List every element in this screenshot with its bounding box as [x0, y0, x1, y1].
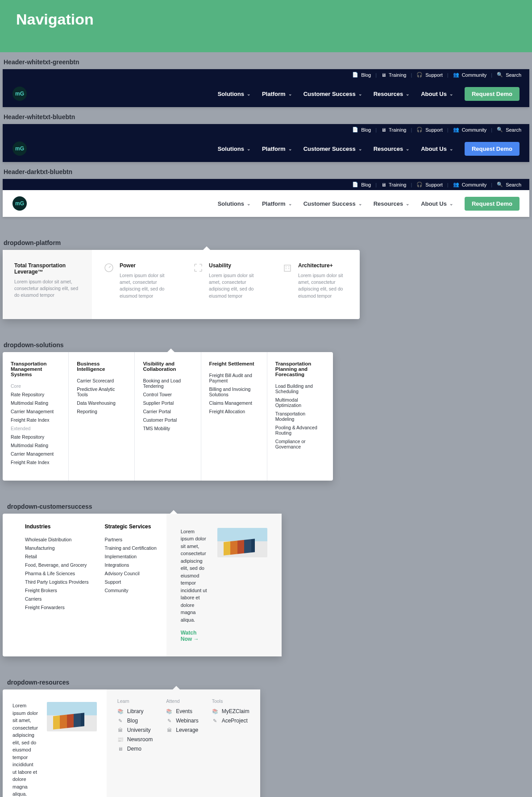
topbar-support[interactable]: 🎧Support — [416, 127, 443, 133]
logo[interactable]: mG — [12, 196, 27, 211]
platform-item-usability[interactable]: Usability Lorem ipsum dolor sit amet, co… — [181, 250, 270, 319]
menu-link[interactable]: Pharma & Life Sciences — [25, 571, 88, 576]
nav-resources[interactable]: Resources⌄ — [374, 200, 409, 207]
request-demo-button[interactable]: Request Demo — [465, 142, 520, 156]
nav-about[interactable]: About Us⌄ — [421, 91, 453, 97]
topbar-blog[interactable]: 📄Blog — [352, 182, 371, 187]
menu-link[interactable]: Freight Rate Index — [11, 417, 60, 423]
logo[interactable]: mG — [12, 87, 27, 101]
menu-link[interactable]: Freight Forwarders — [25, 605, 88, 610]
menu-link[interactable]: 🏛University — [117, 727, 153, 733]
menu-link[interactable]: Booking and Load Tendering — [143, 378, 192, 389]
menu-link[interactable]: Wholesale Distribution — [25, 537, 88, 542]
topbar-community[interactable]: 👥Community — [453, 182, 487, 187]
nav-customer-success[interactable]: Customer Success⌄ — [303, 145, 362, 152]
menu-link[interactable]: Community — [104, 588, 156, 593]
menu-link[interactable]: Advisory Council — [104, 571, 156, 576]
menu-link[interactable]: Multimodal Optimization — [275, 397, 325, 408]
menu-link[interactable]: ✎Blog — [117, 718, 153, 724]
menu-link[interactable]: Billing and Invoicing Solutions — [209, 386, 259, 397]
logo[interactable]: mG — [12, 141, 27, 156]
request-demo-button[interactable]: Request Demo — [465, 197, 520, 211]
watch-now-link[interactable]: Watch Now → — [181, 630, 208, 642]
menu-link[interactable]: ✎Webinars — [166, 718, 198, 724]
search-icon: 🔍 — [497, 182, 503, 187]
menu-link[interactable]: Freight Allocation — [209, 409, 259, 414]
nav-resources[interactable]: Resources⌄ — [374, 145, 409, 152]
topbar-training[interactable]: 🖥Training — [381, 72, 406, 78]
nav-platform[interactable]: Platform⌄ — [262, 145, 292, 152]
nav-solutions[interactable]: Solutions⌄ — [218, 91, 250, 97]
menu-link[interactable]: Third Party Logistics Providers — [25, 579, 88, 585]
topbar-search[interactable]: 🔍Search — [497, 182, 521, 187]
nav-about[interactable]: About Us⌄ — [421, 145, 453, 152]
menu-link[interactable]: Freight Brokers — [25, 588, 88, 593]
menu-link[interactable]: Freight Rate Index — [11, 460, 60, 465]
menu-link[interactable]: Food, Beverage, and Grocery — [25, 562, 88, 568]
menu-link[interactable]: Manufacturing — [25, 545, 88, 551]
promo-thumbnail[interactable] — [47, 702, 97, 731]
topbar-training[interactable]: 🖥Training — [381, 182, 406, 187]
menu-link[interactable]: 🖥Demo — [117, 746, 153, 752]
menu-link[interactable]: Control Tower — [143, 392, 192, 397]
promo-thumbnail[interactable] — [217, 528, 267, 557]
nav-customer-success[interactable]: Customer Success⌄ — [303, 91, 362, 97]
chevron-down-icon: ⌄ — [358, 201, 362, 206]
menu-link[interactable]: 🏛Leverage — [166, 727, 198, 733]
menu-link[interactable]: Compliance or Governance — [275, 439, 325, 449]
menu-link[interactable]: Multimodal Rating — [11, 400, 60, 406]
menu-link[interactable]: Carrier Management — [11, 409, 60, 414]
menu-link[interactable]: Integrations — [104, 562, 156, 568]
menu-link[interactable]: Multimodal Rating — [11, 443, 60, 448]
menu-link[interactable]: Rate Repository — [11, 434, 60, 440]
menu-link[interactable]: 📚MyEZClaim — [212, 708, 249, 714]
menu-link[interactable]: Partners — [104, 537, 156, 542]
nav-about-label: About Us — [421, 200, 447, 207]
menu-link[interactable]: Retail — [25, 554, 88, 559]
menu-link[interactable]: ✎AceProject — [212, 718, 249, 724]
topbar-support[interactable]: 🎧Support — [416, 72, 443, 78]
nav-customer-success[interactable]: Customer Success⌄ — [303, 200, 362, 207]
nav-solutions[interactable]: Solutions⌄ — [218, 145, 250, 152]
nav-resources[interactable]: Resources⌄ — [374, 91, 409, 97]
topbar-blog[interactable]: 📄Blog — [352, 72, 371, 78]
menu-link[interactable]: Supplier Portal — [143, 400, 192, 406]
topbar-support[interactable]: 🎧Support — [416, 182, 443, 187]
topbar-search[interactable]: 🔍Search — [497, 72, 521, 78]
menu-link[interactable]: Support — [104, 579, 156, 585]
topbar-search[interactable]: 🔍Search — [497, 127, 521, 133]
menu-link[interactable]: 📚Events — [166, 708, 198, 714]
menu-link[interactable]: 📚Library — [117, 708, 153, 714]
platform-item-ttl[interactable]: Total Transportation Leverage™ Lorem ips… — [3, 250, 92, 319]
menu-link[interactable]: Carrier Management — [11, 451, 60, 457]
menu-link[interactable]: Reporting — [77, 409, 126, 414]
topbar-blog[interactable]: 📄Blog — [352, 127, 371, 133]
topbar-training[interactable]: 🖥Training — [381, 127, 406, 133]
nav-solutions[interactable]: Solutions⌄ — [218, 200, 250, 207]
menu-link[interactable]: Rate Repository — [11, 392, 60, 397]
menu-link-label: Multimodal Rating — [11, 400, 48, 406]
menu-link[interactable]: TMS Mobility — [143, 426, 192, 431]
menu-link[interactable]: Data Warehousing — [77, 400, 126, 406]
nav-platform[interactable]: Platform⌄ — [262, 91, 292, 97]
menu-link[interactable]: 📰Newsroom — [117, 736, 153, 743]
menu-link[interactable]: Load Building and Scheduling — [275, 383, 325, 394]
menu-link[interactable]: Predictive Analytic Tools — [77, 386, 126, 397]
menu-link[interactable]: Freight Bill Audit and Payment — [209, 373, 259, 383]
menu-link[interactable]: Pooling & Advanced Routing — [275, 425, 325, 436]
menu-link[interactable]: Carriers — [25, 596, 88, 602]
menu-link[interactable]: Claims Management — [209, 400, 259, 406]
nav-about[interactable]: About Us⌄ — [421, 200, 453, 207]
nav-platform[interactable]: Platform⌄ — [262, 200, 292, 207]
platform-item-architecture[interactable]: Architecture+ Lorem ipsum dolor sit amet… — [270, 250, 360, 319]
request-demo-button[interactable]: Request Demo — [465, 87, 520, 101]
menu-link[interactable]: Customer Portal — [143, 417, 192, 423]
platform-item-power[interactable]: Power Lorem ipsum dolor sit amet, consec… — [92, 250, 181, 319]
menu-link[interactable]: Carrier Scorecard — [77, 378, 126, 383]
menu-link[interactable]: Carrier Portal — [143, 409, 192, 414]
topbar-community[interactable]: 👥Community — [453, 127, 487, 133]
menu-link[interactable]: Implementation — [104, 554, 156, 559]
topbar-community[interactable]: 👥Community — [453, 72, 487, 78]
menu-link[interactable]: Training and Certification — [104, 545, 156, 551]
menu-link[interactable]: Transportation Modeling — [275, 411, 325, 422]
